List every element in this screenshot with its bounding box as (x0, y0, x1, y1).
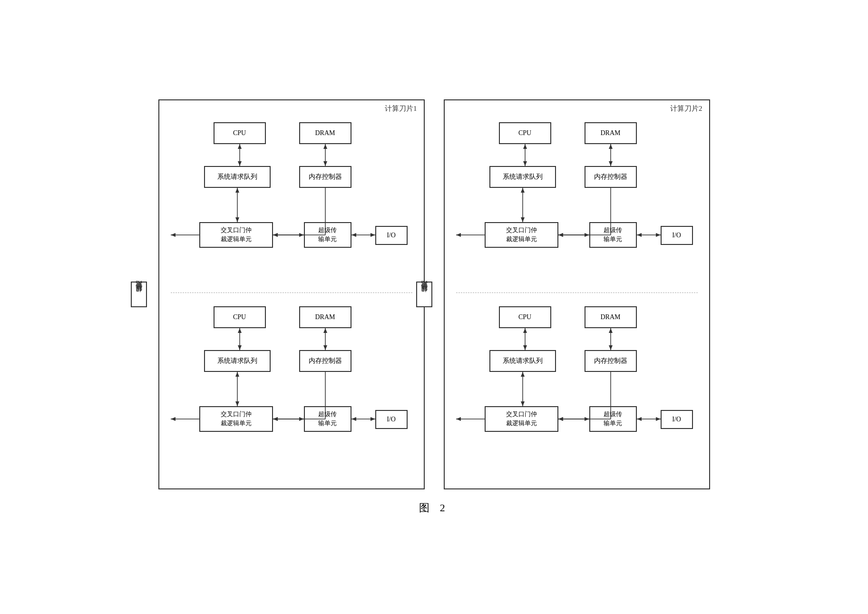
svg-marker-4 (323, 144, 327, 149)
blade1-bot-dram: DRAM (299, 306, 351, 328)
blade1-top-arrows (171, 117, 412, 289)
svg-marker-16 (351, 233, 356, 237)
svg-marker-37 (371, 417, 375, 421)
blade1-side-label: 超线程扩展单元 (131, 282, 147, 307)
svg-marker-41 (523, 144, 527, 149)
blade2-top-memctrl: 内存控制器 (585, 166, 637, 188)
blade1-bot-arrows (171, 302, 412, 473)
blade2-title: 计算刀片2 (670, 104, 702, 113)
blade1-bot-cpu: CPU (214, 306, 266, 328)
blade1-bot-memctrl: 内存控制器 (299, 350, 351, 372)
blade1-top-section: CPU DRAM 系统请求队列 内存控制器 交叉口门仲裁逻辑单元 超级传输单元 … (171, 117, 412, 289)
svg-marker-2 (238, 161, 242, 166)
blade2-top-sysqueue: 系统请求队列 (489, 166, 556, 188)
svg-marker-19 (171, 233, 176, 237)
svg-marker-13 (299, 233, 304, 237)
svg-marker-45 (609, 161, 613, 166)
blade1-top-cpu: CPU (214, 122, 266, 144)
svg-marker-77 (656, 417, 661, 421)
blade2-bot-cpu: CPU (499, 306, 551, 328)
svg-marker-11 (273, 233, 278, 237)
svg-marker-73 (585, 417, 589, 421)
blade2-separator (456, 292, 698, 293)
svg-marker-34 (273, 417, 278, 421)
svg-marker-5 (323, 161, 327, 166)
blade1-bot-sysqueue: 系统请求队列 (204, 350, 271, 372)
blade2-top-dram: DRAM (585, 122, 637, 144)
svg-marker-25 (323, 345, 327, 350)
svg-marker-14 (273, 233, 278, 237)
svg-marker-62 (523, 345, 527, 350)
blade2-top-io: I/O (661, 226, 693, 245)
blade2: 计算刀片2 超线程扩展单元 CPU DRAM 系统请求队列 内存控制器 交叉口门… (444, 99, 710, 489)
svg-marker-39 (171, 417, 176, 421)
blade2-bot-io: I/O (661, 410, 693, 429)
svg-marker-44 (609, 144, 613, 149)
blade1: 计算刀片1 超线程扩展单元 CPU DRAM 系统请求队列 内存控制器 交叉口门… (158, 99, 425, 489)
svg-marker-22 (238, 345, 242, 350)
svg-marker-17 (371, 233, 375, 237)
blade2-bottom-section: CPU DRAM 系统请求队列 内存控制器 交叉口门仲裁逻辑单元 超级传输单元 … (456, 302, 698, 473)
svg-marker-27 (235, 372, 239, 377)
blade2-bot-memctrl: 内存控制器 (585, 350, 637, 372)
blade2-bot-crossbar: 交叉口门仲裁逻辑单元 (485, 406, 558, 432)
blade2-top-cpu: CPU (499, 122, 551, 144)
svg-marker-57 (656, 233, 661, 237)
svg-marker-71 (558, 417, 563, 421)
svg-marker-7 (235, 188, 239, 193)
blade1-title: 计算刀片1 (385, 104, 417, 113)
blade2-bot-dram: DRAM (585, 306, 637, 328)
svg-marker-65 (609, 345, 613, 350)
svg-marker-54 (558, 233, 563, 237)
blade2-side-label: 超线程扩展单元 (416, 282, 432, 307)
blade1-top-sysqueue: 系统请求队列 (204, 166, 271, 188)
svg-marker-67 (521, 372, 525, 377)
blade1-bot-io: I/O (375, 410, 408, 429)
svg-marker-51 (558, 233, 563, 237)
blade2-bot-sysqueue: 系统请求队列 (489, 350, 556, 372)
svg-marker-53 (585, 233, 589, 237)
svg-marker-8 (235, 217, 239, 222)
svg-marker-21 (238, 328, 242, 333)
blade1-top-supertx: 超级传输单元 (304, 222, 351, 248)
blade1-bottom-section: CPU DRAM 系统请求队列 内存控制器 交叉口门仲裁逻辑单元 超级传输单元 … (171, 302, 412, 473)
svg-marker-61 (523, 328, 527, 333)
svg-marker-28 (235, 401, 239, 406)
svg-marker-79 (456, 417, 461, 421)
svg-marker-24 (323, 328, 327, 333)
svg-marker-74 (558, 417, 563, 421)
blade1-separator (171, 292, 412, 293)
svg-marker-76 (637, 417, 642, 421)
blade2-bot-supertx: 超级传输单元 (589, 406, 637, 432)
blade1-top-io: I/O (375, 226, 408, 245)
blade1-top-memctrl: 内存控制器 (299, 166, 351, 188)
blade1-top-dram: DRAM (299, 122, 351, 144)
svg-marker-59 (456, 233, 461, 237)
svg-marker-36 (351, 417, 356, 421)
blade2-top-crossbar: 交叉口门仲裁逻辑单元 (485, 222, 558, 248)
svg-marker-42 (523, 161, 527, 166)
blade2-top-section: CPU DRAM 系统请求队列 内存控制器 交叉口门仲裁逻辑单元 超级传输单元 … (456, 117, 698, 289)
figure-label: 图 2 (419, 501, 449, 515)
svg-marker-68 (521, 401, 525, 406)
blade1-bot-supertx: 超级传输单元 (304, 406, 351, 432)
svg-marker-47 (521, 188, 525, 193)
svg-marker-31 (273, 417, 278, 421)
svg-marker-48 (521, 217, 525, 222)
svg-marker-1 (238, 144, 242, 149)
main-container: 计算刀片1 超线程扩展单元 CPU DRAM 系统请求队列 内存控制器 交叉口门… (158, 99, 710, 489)
blade2-top-supertx: 超级传输单元 (589, 222, 637, 248)
svg-marker-33 (299, 417, 304, 421)
blade1-top-crossbar: 交叉口门仲裁逻辑单元 (199, 222, 273, 248)
svg-marker-56 (637, 233, 642, 237)
blade1-bot-crossbar: 交叉口门仲裁逻辑单元 (199, 406, 273, 432)
blade2-bot-arrows (456, 302, 698, 473)
svg-marker-64 (609, 328, 613, 333)
blade2-top-arrows (456, 117, 698, 289)
